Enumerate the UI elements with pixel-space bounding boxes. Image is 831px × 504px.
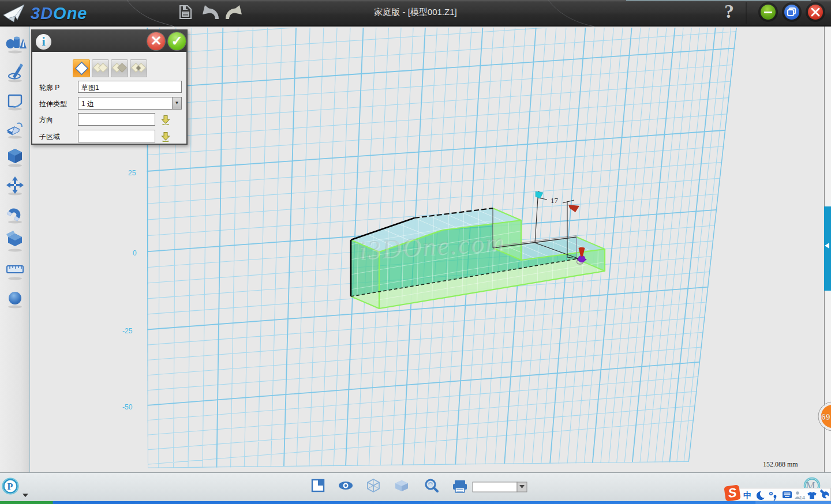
svg-text:0: 0 — [133, 249, 137, 257]
svg-text:25: 25 — [128, 169, 136, 177]
svg-text:17: 17 — [551, 196, 559, 205]
svg-text:-25: -25 — [122, 327, 133, 335]
svg-text:-50: -50 — [122, 403, 133, 411]
